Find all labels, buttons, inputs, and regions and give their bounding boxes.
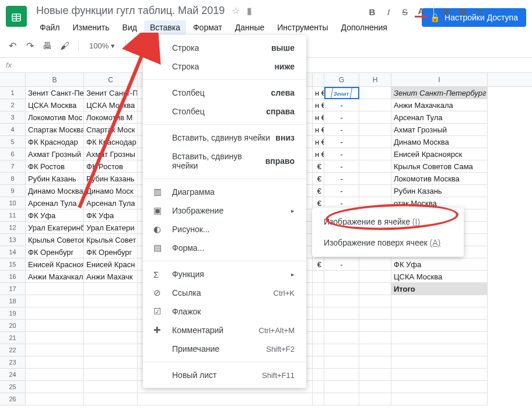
cell-i5[interactable]: Динамо Москва <box>391 136 488 148</box>
cell-i4[interactable]: Ахмат Грозный <box>391 124 488 136</box>
cell-i22[interactable] <box>391 344 488 356</box>
col-header-C[interactable]: C <box>84 73 138 86</box>
cell-e3[interactable]: н € <box>313 111 324 124</box>
cell-h19[interactable] <box>359 307 391 320</box>
cell-e9[interactable]: € <box>313 185 324 197</box>
cell-e7[interactable]: € <box>313 160 324 173</box>
cell-h17[interactable] <box>359 283 391 295</box>
row-header-5[interactable]: 5 <box>0 136 26 148</box>
cell-b5[interactable]: ФК Краснодар <box>26 136 84 148</box>
cell-h3[interactable] <box>359 111 391 124</box>
cell-g17[interactable] <box>324 283 359 295</box>
cell-b2[interactable]: ЦСКА Москва <box>26 99 84 111</box>
cell-c9[interactable]: Динамо Моск <box>84 185 138 197</box>
cell-c15[interactable]: Енисей Красн <box>84 258 138 271</box>
cell-c10[interactable]: Арсенал Тула <box>84 197 138 209</box>
cell-h16[interactable] <box>359 271 391 283</box>
cell-c4[interactable]: Спартак Моск <box>84 124 138 136</box>
cell-c19[interactable] <box>84 307 138 320</box>
cell-b3[interactable]: Локомотив Мос <box>26 111 84 124</box>
cell-c21[interactable] <box>84 332 138 344</box>
row-header-22[interactable]: 22 <box>0 344 26 356</box>
dd-shift-right[interactable]: Вставить, сдвинув ячейки вправо <box>143 147 306 175</box>
cell-c12[interactable]: Урал Екатери <box>84 222 138 234</box>
cell-g26[interactable] <box>324 393 359 405</box>
dd-image[interactable]: ▣Изображение▸ <box>143 201 306 220</box>
dd-link[interactable]: ⊘СсылкаCtrl+K <box>143 284 306 302</box>
cell-e18[interactable] <box>313 295 324 307</box>
menu-tools[interactable]: Инструменты <box>271 20 334 34</box>
bold-icon[interactable]: B <box>366 7 379 17</box>
row-header-23[interactable]: 23 <box>0 356 26 369</box>
borders-icon[interactable]: ▦ <box>456 6 469 17</box>
cell-g16[interactable] <box>324 271 359 283</box>
cell-h22[interactable] <box>359 344 391 356</box>
cell-e6[interactable]: н € <box>313 148 324 160</box>
row-header-20[interactable]: 20 <box>0 320 26 332</box>
merge-icon[interactable]: ⇲ <box>473 6 485 17</box>
row-header-15[interactable]: 15 <box>0 258 26 271</box>
row-header-6[interactable]: 6 <box>0 148 26 160</box>
cell-c8[interactable]: Рубин Казань <box>84 173 138 185</box>
cell-e22[interactable] <box>313 344 324 356</box>
row-header-16[interactable]: 16 <box>0 271 26 283</box>
cell-i26[interactable] <box>391 393 488 405</box>
row-header-2[interactable]: 2 <box>0 99 26 111</box>
cell-h7[interactable] <box>359 160 391 173</box>
cell-c25[interactable] <box>84 381 138 393</box>
dd-form[interactable]: ▤Форма... <box>143 239 306 257</box>
menu-view[interactable]: Вид <box>117 20 143 34</box>
cell-i17[interactable]: Итого <box>391 283 488 295</box>
dd-note[interactable]: ПримечаниеShift+F2 <box>143 340 306 358</box>
cell-e19[interactable] <box>313 307 324 320</box>
cell-b13[interactable]: Крылья Советов <box>26 234 84 246</box>
cell-e23[interactable] <box>313 356 324 369</box>
cell-h6[interactable] <box>359 148 391 160</box>
cell-b22[interactable] <box>26 344 84 356</box>
sm-image-in-cell[interactable]: Изображение в ячейке (I) <box>312 211 464 232</box>
cell-h20[interactable] <box>359 320 391 332</box>
cell-g7[interactable]: - <box>324 160 359 173</box>
cell-h4[interactable] <box>359 124 391 136</box>
row-header-18[interactable]: 18 <box>0 295 26 307</box>
cell-c3[interactable]: Локомотив М <box>84 111 138 124</box>
zoom-select[interactable]: 100% ▾ <box>86 41 118 50</box>
cell-c1[interactable]: Зенит Санкт-П <box>84 87 138 99</box>
cell-b15[interactable]: Енисей Красноя <box>26 258 84 271</box>
dd-col-left[interactable]: Столбец слева <box>143 83 306 102</box>
cell-e21[interactable] <box>313 332 324 344</box>
cell-b25[interactable] <box>26 381 84 393</box>
menu-data[interactable]: Данные <box>229 20 271 34</box>
cell-b24[interactable] <box>26 369 84 381</box>
cell-g21[interactable] <box>324 332 359 344</box>
cell-g22[interactable] <box>324 344 359 356</box>
menu-file[interactable]: Файл <box>34 20 65 34</box>
cell-c13[interactable]: Крылья Совет <box>84 234 138 246</box>
row-header-4[interactable]: 4 <box>0 124 26 136</box>
cell-b9[interactable]: Динамо Москва <box>26 185 84 197</box>
cell-b10[interactable]: Арсенал Тула <box>26 197 84 209</box>
menu-insert[interactable]: Вставка <box>144 20 186 34</box>
cell-h26[interactable] <box>359 393 391 405</box>
cell-e2[interactable]: н € <box>313 99 324 111</box>
row-header-21[interactable]: 21 <box>0 332 26 344</box>
cell-e20[interactable] <box>313 320 324 332</box>
row-header-11[interactable]: 11 <box>0 209 26 222</box>
cell-h25[interactable] <box>359 381 391 393</box>
dd-row-above[interactable]: Строка выше <box>143 38 306 57</box>
cell-e26[interactable] <box>313 393 324 405</box>
row-header-1[interactable]: 1 <box>0 87 26 99</box>
cell-b26[interactable] <box>26 393 84 405</box>
fill-color-icon[interactable]: ◆ <box>440 6 453 17</box>
cell-b19[interactable] <box>26 307 84 320</box>
cell-c22[interactable] <box>84 344 138 356</box>
cell-h8[interactable] <box>359 173 391 185</box>
cell-g18[interactable] <box>324 295 359 307</box>
cell-c24[interactable] <box>84 369 138 381</box>
menu-format[interactable]: Формат <box>187 20 228 34</box>
dd-comment[interactable]: ✚КомментарийCtrl+Alt+M <box>143 321 306 340</box>
row-header-3[interactable]: 3 <box>0 111 26 124</box>
dd-chart[interactable]: ▥Диаграмма <box>143 183 306 201</box>
cell-i16[interactable]: ЦСКА Москва <box>391 271 488 283</box>
row-header-9[interactable]: 9 <box>0 185 26 197</box>
